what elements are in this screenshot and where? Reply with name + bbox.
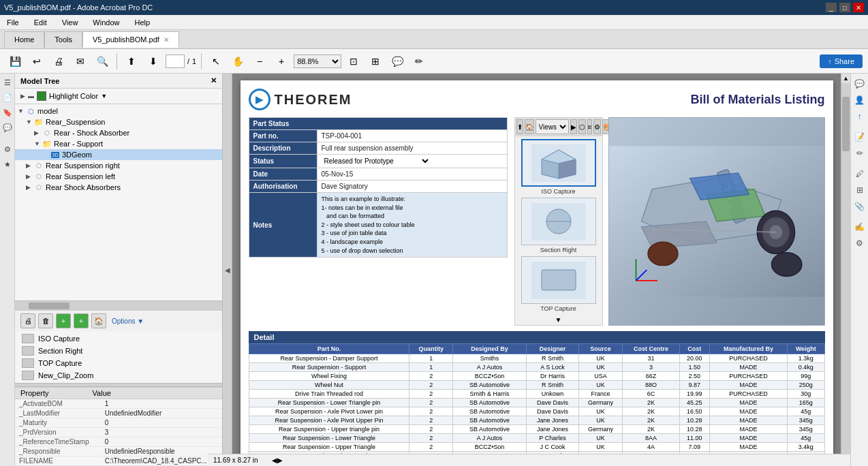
model-tree-close-icon[interactable]: ✕ [211, 76, 217, 85]
tree-item-3dgeom[interactable]: 3D 3DGeom [15, 149, 222, 160]
date-value: 05-Nov-15 [317, 168, 507, 181]
pdf-scroll-area[interactable]: ▶ THEOREM Bill of Materials Listing Part… [232, 74, 841, 466]
capture-item-top[interactable]: TOP Capture [15, 357, 222, 369]
zoom-select[interactable]: 88.8% [294, 55, 341, 68]
tab-close-icon[interactable]: ✕ [164, 36, 169, 44]
add2-icon-button[interactable]: + [74, 313, 89, 328]
right-icon-chat[interactable]: 💬 [852, 76, 867, 91]
views-settings[interactable]: ⚙ [593, 119, 601, 134]
minimize-button[interactable]: _ [826, 3, 837, 12]
right-icon-profile[interactable]: 👤 [852, 93, 867, 108]
home-icon-button[interactable]: 🏠 [91, 313, 106, 328]
toolbar-print-button[interactable]: 🖨 [49, 52, 68, 71]
maximize-button[interactable]: □ [839, 3, 850, 12]
menu-edit[interactable]: Edit [31, 17, 50, 28]
next-page-button[interactable]: ⬇ [144, 52, 163, 71]
nav-icon-5[interactable]: ⚙ [1, 143, 14, 155]
tree-item-suspension-right[interactable]: ▶ ⬡ Rear Suspension right [15, 160, 222, 171]
toolbar-mail-button[interactable]: ✉ [71, 52, 90, 71]
pdf-vertical-scrollbar[interactable]: ▲ ▼ [841, 74, 850, 466]
tree-horizontal-scroll[interactable] [15, 300, 222, 310]
view-thumb-iso[interactable]: ISO Capture [521, 139, 596, 195]
nav-icon-3[interactable]: 🔖 [1, 106, 14, 119]
capture-item-section[interactable]: Section Right [15, 345, 222, 357]
nav-icon-1[interactable]: ☰ [1, 76, 14, 89]
share-button[interactable]: ↑ Share [820, 55, 863, 68]
tab-tools[interactable]: Tools [44, 31, 82, 48]
tree-item-rear-support[interactable]: ▼ 📁 Rear - Support [15, 138, 222, 149]
right-icon-settings[interactable]: ⚙ [852, 236, 867, 251]
right-icon-pen[interactable]: ✏ [852, 146, 867, 161]
view-thumb-top[interactable]: TOP Capture [521, 256, 596, 312]
capture-item-new-clip[interactable]: New_Clip_Zoom [15, 369, 222, 382]
scroll-track[interactable] [841, 83, 850, 456]
close-button[interactable]: ✕ [853, 3, 864, 12]
right-icon-stamp[interactable]: ⊞ [852, 183, 867, 198]
views-nav-left[interactable]: ⬆ [516, 119, 523, 134]
zoom-in-button[interactable]: + [272, 52, 291, 71]
scroll-up-arrow[interactable]: ▲ [841, 74, 850, 83]
views-play[interactable]: ▶ [570, 119, 577, 134]
menu-window[interactable]: Window [90, 17, 122, 28]
toolbar-upload-button[interactable]: ↩ [27, 52, 46, 71]
table-cell: UK [578, 354, 622, 363]
toolbar-save-button[interactable]: 💾 [5, 52, 25, 71]
hand-tool-button[interactable]: ✋ [228, 52, 247, 71]
right-icon-signature[interactable]: ✍ [852, 219, 867, 234]
page-total: 1 [192, 57, 196, 65]
nav-icon-4[interactable]: 💬 [1, 121, 14, 134]
views-down-arrow[interactable]: ▼ [555, 316, 562, 324]
fit-page-button[interactable]: ⊡ [344, 52, 363, 71]
table-cell: P Charles [527, 434, 579, 443]
menu-file[interactable]: File [4, 17, 22, 28]
tree-item-suspension-left[interactable]: ▶ ⬡ Rear Suspension left [15, 171, 222, 182]
views-3d[interactable]: ⬡ [578, 119, 586, 134]
comment-button[interactable]: 💬 [388, 52, 407, 71]
print-icon-button[interactable]: 🖨 [20, 313, 35, 328]
options-button[interactable]: Options ▼ [112, 317, 144, 325]
tab-home[interactable]: Home [4, 31, 44, 48]
tab-pdf[interactable]: V5_publishBOM.pdf ✕ [82, 31, 179, 48]
highlight-color-swatch[interactable] [37, 91, 46, 101]
add-icon-button[interactable]: + [56, 313, 71, 328]
menu-view[interactable]: View [59, 17, 81, 28]
nav-icon-2[interactable]: 📄 [1, 91, 14, 104]
tree-item-rear-suspension[interactable]: ▼ 📁 Rear_Suspension [15, 117, 222, 127]
zoom-out-button[interactable]: − [250, 52, 269, 71]
prev-page-button[interactable]: ⬆ [122, 52, 141, 71]
select-tool-button[interactable]: ↖ [206, 52, 226, 71]
right-icon-highlight[interactable]: 🖊 [852, 166, 867, 181]
tree-item-shock-absorber[interactable]: ▶ ⬡ Rear - Shock Absorber [15, 127, 222, 138]
toolbar: 💾 ↩ 🖨 ✉ 🔍 ⬆ ⬇ 1 / 1 ↖ ✋ − + 88.8% ⊡ ⊞ 💬 … [0, 49, 868, 74]
status-dropdown[interactable]: Released for Prototype [322, 157, 431, 166]
right-sidebar: 💬 👤 ↑ 📝 ✏ 🖊 ⊞ 📎 ✍ ⚙ [850, 74, 868, 466]
table-cell: Rear Suspension - Upper Triangle [249, 443, 409, 452]
scroll-thumb[interactable] [842, 97, 850, 151]
page-number-input[interactable]: 1 [166, 55, 185, 68]
tree-item-model[interactable]: ▼ ⬡ model [15, 106, 222, 117]
highlight-color-dropdown-icon[interactable]: ▼ [101, 93, 107, 99]
right-icon-comment[interactable]: 📝 [852, 129, 867, 144]
property-value: 0 [101, 418, 222, 428]
views-layers[interactable]: ≡ [587, 119, 593, 134]
tree-item-shock-absorbers[interactable]: ▶ ⬡ Rear Shock Absorbers [15, 182, 222, 193]
draw-button[interactable]: ✏ [409, 52, 429, 71]
delete-icon-button[interactable]: 🗑 [38, 313, 53, 328]
capture-item-iso[interactable]: ISO Capture [15, 332, 222, 345]
menu-help[interactable]: Help [131, 17, 153, 28]
right-icon-share[interactable]: ↑ [852, 109, 867, 124]
views-select[interactable]: Views [536, 119, 569, 134]
right-icon-attach[interactable]: 📎 [852, 199, 867, 214]
notes-label: Notes [249, 193, 317, 258]
views-home[interactable]: 🏠 [525, 119, 534, 134]
panel-collapse-button[interactable]: ◀ [223, 74, 232, 466]
fit-width-button[interactable]: ⊞ [366, 52, 385, 71]
window-controls[interactable]: _ □ ✕ [826, 3, 864, 12]
table-cell: PURCHASED [709, 372, 787, 381]
nav-icon-6[interactable]: ★ [1, 158, 14, 170]
3d-model-view[interactable] [608, 117, 825, 326]
table-cell: Rear Suspension - Support [249, 363, 409, 372]
scroll-thumb-horizontal[interactable] [29, 302, 69, 309]
view-thumb-section[interactable]: Section Right [521, 198, 596, 253]
toolbar-search-button[interactable]: 🔍 [93, 52, 112, 71]
